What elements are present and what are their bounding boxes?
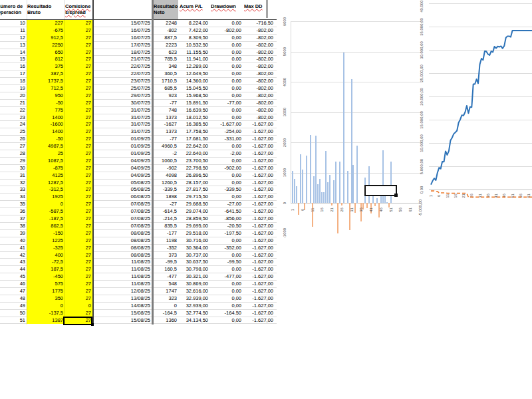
table-cell[interactable]: -50 [27,136,65,143]
column-header-max-dd[interactable]: Max DD [244,0,275,19]
table-cell[interactable]: 27 [65,85,92,92]
acum-pl-line-series[interactable] [431,31,532,185]
table-cell[interactable]: 187,5 [27,266,65,273]
table-cell[interactable]: 27 [65,208,92,215]
table-cell[interactable]: 33 [0,186,27,194]
table-cell[interactable]: 27 [65,136,92,143]
table-cell[interactable]: 0 [27,201,65,208]
table-cell[interactable]: 10 [0,20,27,27]
table-cell[interactable]: -802 [154,27,178,35]
table-cell[interactable]: 30.637,50 [178,259,209,266]
table-cell[interactable]: 32.616,00 [178,288,209,295]
table-cell[interactable]: -1.627,00 [243,150,275,158]
table-cell[interactable]: 1737,5 [27,78,65,85]
table-cell[interactable]: -325 [27,245,65,252]
table-cell[interactable]: 29/07/25 [124,92,152,100]
table-cell[interactable]: 17/07/25 [124,42,152,49]
bar[interactable] [300,154,301,203]
table-cell[interactable]: 785,5 [154,56,178,63]
table-cell[interactable]: 0,00 [210,78,243,85]
table-cell[interactable]: 11/08/25 [124,281,152,288]
table-cell[interactable]: -27,00 [210,201,243,208]
bar[interactable] [351,79,352,203]
table-cell[interactable]: 08/08/25 [124,252,152,259]
table-cell[interactable]: -477 [154,273,178,281]
table-cell[interactable]: -587,5 [27,208,65,215]
table-cell[interactable]: 27 [65,186,92,194]
table-body[interactable]: 102272715/07/2522488.224,000,00-716,5011… [0,20,277,324]
table-cell[interactable]: 21/07/25 [124,56,152,63]
table-cell[interactable]: 14 [0,49,27,57]
table-cell[interactable]: 27 [65,230,92,237]
table-cell[interactable]: 348 [154,63,178,70]
column-header-resultado-bruto[interactable]: Resultado Bruto [27,0,64,19]
table-cell[interactable]: 12.289,00 [178,63,209,70]
table-cell[interactable]: 1387 [27,317,65,325]
table-cell[interactable]: 27 [65,288,92,295]
table-cell[interactable]: -1.627,00 [243,165,275,172]
table-cell[interactable]: 29.695,00 [178,223,209,230]
table-cell[interactable]: -1.627,00 [243,310,275,317]
table-cell[interactable]: -77 [154,136,178,143]
column-header-acum-pl[interactable]: Acum P/L [180,0,209,19]
table-cell[interactable]: 27.817,50 [178,186,209,194]
table-cell[interactable]: 27 [65,245,92,252]
table-cell[interactable]: 1287,5 [27,180,65,187]
shape-resize-handle[interactable] [394,194,398,197]
table-cell[interactable]: 0,00 [210,317,243,325]
table-cell[interactable]: 887,5 [154,35,178,42]
table-cell[interactable]: -875 [27,165,65,172]
bar[interactable] [345,203,346,203]
bar[interactable] [294,179,295,203]
table-cell[interactable]: 835,5 [154,223,178,230]
table-cell[interactable]: 350 [27,295,65,303]
table-cell[interactable]: -150 [27,230,65,237]
table-cell[interactable]: 0,00 [210,180,243,187]
table-cell[interactable]: 27 [65,114,92,122]
table-cell[interactable]: 29.074,00 [178,208,209,215]
table-cell[interactable]: 27 [65,70,92,78]
table-cell[interactable]: -1.627,00 [243,128,275,136]
table-cell[interactable]: 07/08/25 [124,215,152,223]
table-cell[interactable]: 1747 [154,288,178,295]
table-cell[interactable]: 01/09/25 [124,143,152,150]
table-cell[interactable]: -77 [154,100,178,107]
bar[interactable] [343,53,344,203]
table-cell[interactable]: -1600 [27,121,65,128]
column-header-comisiones-spread[interactable]: Comisiones/spread [65,0,92,19]
table-cell[interactable]: 0,00 [210,194,243,201]
table-cell[interactable]: 21 [0,100,27,107]
table-cell[interactable]: 22/07/25 [124,70,152,78]
bar[interactable] [366,203,368,208]
table-cell[interactable]: 4987,5 [27,143,65,150]
table-cell[interactable]: 0,00 [210,295,243,303]
table-cell[interactable]: 650 [27,49,65,57]
table-cell[interactable]: 15 [0,56,27,63]
bar[interactable] [358,203,360,203]
table-cell[interactable]: 51 [0,317,27,325]
bar[interactable] [347,171,348,203]
table-cell[interactable]: 2250 [27,42,65,49]
table-cell[interactable]: -352,00 [210,245,243,252]
table-cell[interactable]: 1898 [154,194,178,201]
table-cell[interactable]: 43 [0,259,27,266]
table-cell[interactable]: -137,5 [27,310,65,317]
table-cell[interactable]: 15/07/25 [124,20,152,27]
table-cell[interactable]: 748 [154,107,178,114]
table-cell[interactable]: 23/07/25 [124,78,152,85]
table-cell[interactable]: 27 [65,215,92,223]
table-cell[interactable]: 30.716,00 [178,237,209,245]
table-cell[interactable]: 17.758,50 [178,128,209,136]
table-cell[interactable]: 01/09/25 [124,150,152,158]
table-cell[interactable]: -1.627,00 [243,201,275,208]
bar[interactable] [337,203,338,233]
table-cell[interactable]: -352 [154,245,178,252]
table-cell[interactable]: -802,00 [243,70,275,78]
table-cell[interactable]: 27 [65,273,92,281]
table-cell[interactable]: -802,00 [243,78,275,85]
bar[interactable] [319,179,321,203]
selected-chart-shape-box[interactable] [364,185,397,196]
table-cell[interactable]: -802,00 [243,56,275,63]
table-cell[interactable]: -902 [154,165,178,172]
table-cell[interactable]: -1.627,00 [243,158,275,165]
